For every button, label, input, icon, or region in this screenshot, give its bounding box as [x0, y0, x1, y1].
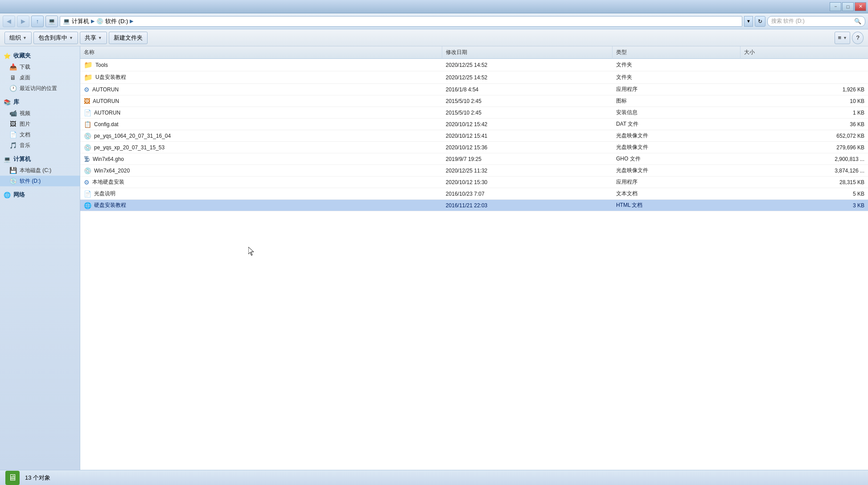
- file-type: 光盘映像文件: [613, 165, 740, 177]
- table-row[interactable]: 📄 光盘说明 2016/10/23 7:07 文本文档 5 KB: [80, 188, 868, 200]
- doc-file-icon: 📄: [84, 109, 91, 116]
- file-icon-name: 🗜 Win7x64.gho: [84, 156, 124, 163]
- file-name: 💿 Win7x64_2020: [80, 165, 442, 177]
- view-button[interactable]: ≡ ▼: [835, 32, 850, 44]
- new-folder-button[interactable]: 新建文件夹: [109, 32, 148, 44]
- file-type: 光盘映像文件: [613, 130, 740, 142]
- table-row[interactable]: 🗜 Win7x64.gho 2019/9/7 19:25 GHO 文件 2,90…: [80, 153, 868, 165]
- close-button[interactable]: ✕: [855, 2, 866, 11]
- file-name: 💿 pe_yqs_xp_20_07_31_15_53: [80, 142, 442, 153]
- title-bar: － □ ✕: [0, 0, 868, 13]
- back-button[interactable]: ◀: [3, 16, 15, 27]
- computer-icon: 💻: [4, 156, 11, 163]
- file-type: DAT 文件: [613, 119, 740, 130]
- help-button[interactable]: ?: [852, 32, 864, 44]
- download-icon: 📥: [9, 63, 17, 71]
- sidebar-item-documents[interactable]: 📄 文档: [0, 129, 80, 140]
- view-icon: ≡: [838, 34, 841, 41]
- file-table: 名称 修改日期 类型 大小 📁 Tools 2020/12/25 14:52 文…: [80, 46, 868, 211]
- table-row[interactable]: 📋 Config.dat 2020/10/12 15:42 DAT 文件 36 …: [80, 119, 868, 130]
- recent-locations-button[interactable]: 💻: [45, 16, 58, 27]
- pictures-icon: 🖼: [9, 120, 17, 128]
- col-header-size[interactable]: 大小: [740, 46, 868, 59]
- breadcrumb-drive[interactable]: 软件 (D:): [105, 17, 128, 25]
- table-row[interactable]: 📁 Tools 2020/12/25 14:52 文件夹: [80, 59, 868, 71]
- minimize-button[interactable]: －: [830, 2, 841, 11]
- search-placeholder: 搜索 软件 (D:): [771, 17, 852, 25]
- search-box[interactable]: 搜索 软件 (D:) 🔍: [767, 16, 865, 27]
- organize-button[interactable]: 组织 ▼: [4, 32, 32, 44]
- folder-file-icon: 📁: [84, 73, 93, 82]
- file-size: 3,874,126 ...: [740, 165, 868, 177]
- sidebar-item-software-drive[interactable]: 💿 软件 (D:): [0, 176, 80, 186]
- table-row[interactable]: 💿 pe_yqs_xp_20_07_31_15_53 2020/10/12 15…: [80, 142, 868, 153]
- address-dropdown[interactable]: ▼: [744, 16, 753, 27]
- maximize-button[interactable]: □: [842, 2, 854, 11]
- sidebar-item-local-disk[interactable]: 💾 本地磁盘 (C:): [0, 165, 80, 176]
- file-modified: 2020/10/12 15:42: [442, 119, 613, 130]
- col-header-modified[interactable]: 修改日期: [442, 46, 613, 59]
- breadcrumb-drive-icon: 💿: [96, 18, 103, 25]
- table-row[interactable]: 💿 pe_yqs_1064_20_07_31_16_04 2020/10/12 …: [80, 130, 868, 142]
- share-label: 共享: [85, 34, 96, 42]
- app-file-icon: ⚙: [84, 179, 90, 186]
- library-icon: 📚: [4, 99, 11, 106]
- help-icon: ?: [856, 34, 859, 41]
- table-row[interactable]: 📄 AUTORUN 2015/5/10 2:45 安装信息 1 KB: [80, 107, 868, 119]
- sidebar-item-music[interactable]: 🎵 音乐: [0, 140, 80, 151]
- gho-file-icon: 🗜: [84, 156, 90, 163]
- table-row[interactable]: ⚙ AUTORUN 2016/1/8 4:54 应用程序 1,926 KB: [80, 84, 868, 95]
- file-icon-name: 💿 pe_yqs_1064_20_07_31_16_04: [84, 132, 171, 140]
- file-modified: 2020/10/12 15:30: [442, 177, 613, 188]
- col-header-name[interactable]: 名称: [80, 46, 442, 59]
- search-icon[interactable]: 🔍: [854, 18, 861, 25]
- dat-file-icon: 📋: [84, 121, 91, 128]
- table-row[interactable]: 🌐 硬盘安装教程 2016/11/21 22:03 HTML 文档 3 KB: [80, 200, 868, 211]
- app-file-icon: ⚙: [84, 86, 90, 93]
- table-row[interactable]: 📁 U盘安装教程 2020/12/25 14:52 文件夹: [80, 71, 868, 84]
- up-button[interactable]: ↑: [31, 16, 44, 27]
- sidebar-item-download[interactable]: 📥 下载: [0, 62, 80, 72]
- breadcrumb-computer[interactable]: 计算机: [72, 17, 89, 25]
- file-icon-name: 💿 Win7x64_2020: [84, 167, 130, 174]
- sidebar-item-recent[interactable]: 🕐 最近访问的位置: [0, 83, 80, 94]
- sidebar-item-video[interactable]: 📹 视频: [0, 108, 80, 119]
- breadcrumb[interactable]: 💻 计算机 ▶ 💿 软件 (D:) ▶: [60, 16, 742, 27]
- table-row[interactable]: 💿 Win7x64_2020 2020/12/25 11:32 光盘映像文件 3…: [80, 165, 868, 177]
- sidebar-item-desktop[interactable]: 🖥 桌面: [0, 72, 80, 83]
- organize-arrow: ▼: [23, 36, 27, 40]
- forward-button[interactable]: ▶: [17, 16, 29, 27]
- new-folder-label: 新建文件夹: [114, 34, 143, 42]
- status-count: 13 个对象: [25, 474, 50, 482]
- iso-file-icon: 💿: [84, 132, 91, 140]
- file-modified: 2020/12/25 11:32: [442, 165, 613, 177]
- computer-header: 💻 计算机: [0, 153, 80, 165]
- file-area: 名称 修改日期 类型 大小 📁 Tools 2020/12/25 14:52 文…: [80, 46, 868, 470]
- recent-icon: 🕐: [9, 84, 17, 92]
- include-arrow: ▼: [69, 36, 73, 40]
- file-icon-name: 📄 光盘说明: [84, 190, 115, 197]
- organize-label: 组织: [9, 34, 21, 42]
- network-header: 🌐 网络: [0, 189, 80, 201]
- sidebar-item-pictures[interactable]: 🖼 图片: [0, 119, 80, 129]
- img-file-icon: 🖼: [84, 98, 90, 105]
- file-type: 文本文档: [613, 188, 740, 200]
- col-header-type[interactable]: 类型: [613, 46, 740, 59]
- breadcrumb-computer-icon: 💻: [63, 18, 70, 25]
- music-icon: 🎵: [9, 141, 17, 149]
- address-bar: ◀ ▶ ↑ 💻 💻 计算机 ▶ 💿 软件 (D:) ▶ ▼ ↻ 搜索 软件 (D…: [0, 13, 868, 29]
- file-type: HTML 文档: [613, 200, 740, 211]
- file-modified: 2016/11/21 22:03: [442, 200, 613, 211]
- folder-file-icon: 📁: [84, 61, 93, 69]
- main-layout: ⭐ 收藏夹 📥 下载 🖥 桌面 🕐 最近访问的位置 📚 库: [0, 46, 868, 470]
- file-size: 28,315 KB: [740, 177, 868, 188]
- table-row[interactable]: ⚙ 本地硬盘安装 2020/10/12 15:30 应用程序 28,315 KB: [80, 177, 868, 188]
- file-name: 💿 pe_yqs_1064_20_07_31_16_04: [80, 130, 442, 142]
- breadcrumb-sep1: ▶: [91, 18, 95, 24]
- refresh-button[interactable]: ↻: [755, 16, 765, 27]
- include-library-button[interactable]: 包含到库中 ▼: [33, 32, 78, 44]
- file-size: 5 KB: [740, 188, 868, 200]
- share-button[interactable]: 共享 ▼: [80, 32, 107, 44]
- table-row[interactable]: 🖼 AUTORUN 2015/5/10 2:45 图标 10 KB: [80, 95, 868, 107]
- network-icon: 🌐: [4, 192, 11, 198]
